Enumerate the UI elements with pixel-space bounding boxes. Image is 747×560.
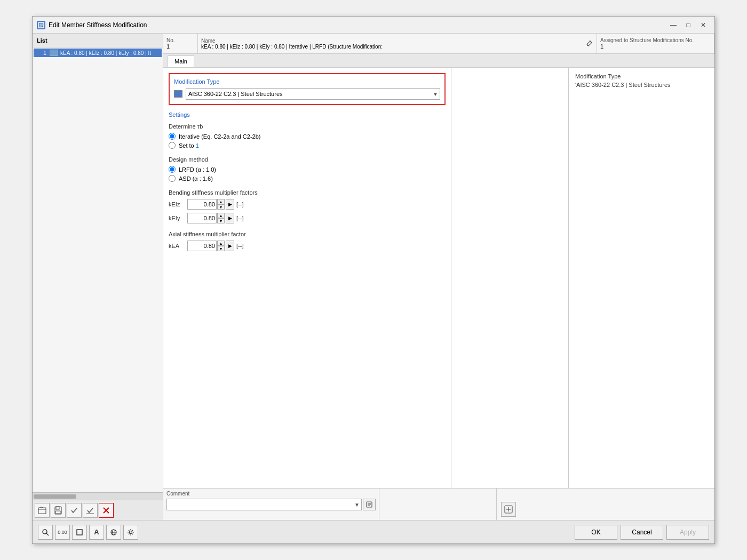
horizontal-scrollbar[interactable] — [33, 492, 163, 500]
bending-stiffness-group: Bending stiffness multiplier factors kEI… — [169, 189, 446, 223]
determine-tb-label: Determine τb — [169, 123, 446, 130]
number-tool-button[interactable]: 0.00 — [55, 525, 70, 540]
kEIz-down[interactable]: ▼ — [217, 204, 225, 210]
delete-button[interactable] — [99, 503, 114, 518]
kEA-arrow[interactable]: ▶ — [226, 241, 234, 251]
svg-point-20 — [43, 530, 47, 534]
comment-label: Comment — [166, 491, 376, 497]
gear-tool-button[interactable] — [123, 525, 138, 540]
check2-button[interactable] — [83, 503, 98, 518]
box-tool-button[interactable] — [72, 525, 87, 540]
no-cell: No. 1 — [163, 34, 198, 53]
close-button[interactable]: ✕ — [696, 19, 710, 31]
kEIy-arrow[interactable]: ▶ — [226, 213, 234, 223]
bending-stiffness-label: Bending stiffness multiplier factors — [169, 189, 446, 196]
radio-asd-input[interactable] — [169, 175, 176, 182]
cancel-button[interactable]: Cancel — [621, 525, 663, 540]
scrollbar-thumb — [34, 494, 76, 499]
name-label: Name — [201, 38, 584, 44]
main-window: Edit Member Stiffness Modification — □ ✕… — [32, 16, 715, 544]
settings-group: Settings Determine τb Iterative (Eq. C2-… — [169, 111, 446, 251]
modification-type-dropdown-wrapper[interactable]: AISC 360-22 C2.3 | Steel Structures ▼ — [186, 88, 440, 100]
comment-dropdown-wrapper[interactable]: ▼ — [166, 499, 362, 510]
assign-button[interactable] — [501, 502, 516, 517]
tab-bar: Main — [163, 54, 714, 68]
right-panel: No. 1 Name kEA : 0.80 | kEIz : 0.80 | kE… — [163, 34, 714, 520]
action-right-buttons: OK Cancel Apply — [575, 525, 709, 540]
radio-asd: ASD (α : 1.6) — [169, 175, 446, 182]
kEIz-up[interactable]: ▲ — [217, 199, 225, 204]
name-edit-icon[interactable] — [586, 39, 593, 48]
modification-type-box: Modification Type AISC 360-22 C2.3 | Ste… — [169, 73, 446, 105]
design-method-group: Design method LRFD (α : 1.0) ASD (α : 1.… — [169, 156, 446, 182]
content-wrapper: Modification Type AISC 360-22 C2.3 | Ste… — [163, 68, 714, 488]
kEIy-down[interactable]: ▼ — [217, 218, 225, 223]
globe-tool-button[interactable] — [106, 525, 121, 540]
radio-set-to-1: Set to 1 — [169, 142, 446, 149]
list-item-number: 1 — [36, 50, 46, 56]
modification-type-select[interactable]: AISC 360-22 C2.3 | Steel Structures — [186, 88, 440, 100]
comment-select[interactable] — [166, 499, 362, 510]
comment-input-row: ▼ — [166, 499, 376, 510]
comment-edit-button[interactable] — [363, 499, 376, 510]
kEIy-input[interactable] — [187, 213, 217, 223]
list-item[interactable]: 1 kEA : 0.80 | kEIz : 0.80 | kEIy : 0.80… — [34, 49, 162, 57]
info-bar: No. 1 Name kEA : 0.80 | kEIz : 0.80 | kE… — [163, 34, 714, 54]
radio-set-to-1-label: Set to 1 — [179, 142, 199, 149]
kEA-row: kEA ▲ ▼ ▶ [--] — [169, 241, 446, 251]
kEIz-label: kEIz — [169, 201, 187, 207]
modification-type-title: Modification Type — [174, 78, 440, 85]
right-mod-type-label: Modification Type — [575, 73, 708, 79]
kEIz-bracket: [--] — [236, 201, 243, 207]
ok-button[interactable]: OK — [575, 525, 617, 540]
radio-lrfd: LRFD (α : 1.0) — [169, 166, 446, 173]
comment-right — [379, 489, 497, 520]
radio-iterative-label: Iterative (Eq. C2-2a and C2-2b) — [179, 133, 260, 140]
kEA-input[interactable] — [187, 241, 217, 251]
axial-stiffness-label: Axial stiffness multiplier factor — [169, 231, 446, 237]
svg-line-21 — [46, 533, 49, 535]
comment-section: Comment ▼ — [163, 489, 379, 520]
text-tool-button[interactable]: A — [89, 525, 104, 540]
svg-rect-22 — [77, 530, 82, 535]
name-cell: Name kEA : 0.80 | kEIz : 0.80 | kEIy : 0… — [198, 34, 597, 53]
axial-stiffness-group: Axial stiffness multiplier factor kEA ▲ … — [169, 231, 446, 251]
radio-set-to-1-input[interactable] — [169, 142, 176, 149]
set-to-1-link[interactable]: 1 — [196, 142, 199, 149]
window-icon — [37, 21, 45, 29]
save-button[interactable] — [51, 503, 66, 518]
radio-asd-label: ASD (α : 1.6) — [179, 175, 213, 182]
design-method-label: Design method — [169, 156, 446, 163]
assigned-cell: Assigned to Structure Modifications No. … — [597, 34, 714, 53]
minimize-button[interactable]: — — [666, 19, 680, 31]
check1-button[interactable] — [67, 503, 82, 518]
kEIy-bracket: [--] — [236, 215, 243, 221]
radio-lrfd-label: LRFD (α : 1.0) — [179, 166, 216, 173]
dropdown-color-icon — [174, 90, 182, 98]
open-button[interactable] — [35, 503, 50, 518]
name-value: kEA : 0.80 | kEIz : 0.80 | kEIy : 0.80 |… — [201, 44, 484, 50]
middle-panel — [451, 68, 569, 488]
kEIy-up[interactable]: ▲ — [217, 213, 225, 218]
main-content: List 1 kEA : 0.80 | kEIz : 0.80 | kEIy :… — [33, 34, 714, 520]
radio-lrfd-input[interactable] — [169, 166, 176, 173]
kEA-up[interactable]: ▲ — [217, 241, 225, 246]
modification-type-dropdown-row: AISC 360-22 C2.3 | Steel Structures ▼ — [174, 88, 440, 100]
kEIz-arrow[interactable]: ▶ — [226, 199, 234, 210]
list-toolbar — [33, 500, 163, 520]
maximize-button[interactable]: □ — [681, 19, 695, 31]
apply-button[interactable]: Apply — [666, 525, 709, 540]
no-value: 1 — [166, 43, 194, 50]
comment-bar: Comment ▼ — [163, 488, 714, 520]
kEIz-input[interactable] — [187, 199, 217, 210]
kEIy-spinner: ▲ ▼ — [217, 213, 225, 223]
kEIy-label: kEIy — [169, 215, 187, 221]
search-tool-button[interactable] — [38, 525, 53, 540]
settings-panel: Modification Type AISC 360-22 C2.3 | Ste… — [163, 68, 451, 488]
radio-iterative-input[interactable] — [169, 133, 176, 140]
tab-main[interactable]: Main — [168, 55, 194, 67]
title-bar: Edit Member Stiffness Modification — □ ✕ — [33, 17, 714, 34]
kEA-label: kEA — [169, 243, 187, 249]
list-item-text: kEA : 0.80 | kEIz : 0.80 | kEIy : 0.80 |… — [60, 50, 151, 56]
kEA-down[interactable]: ▼ — [217, 246, 225, 251]
